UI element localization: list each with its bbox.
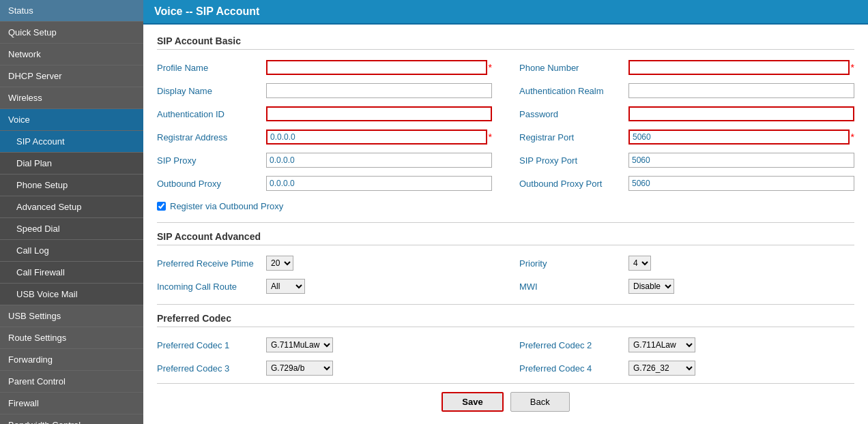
advanced-section-title: SIP Account Advanced	[157, 231, 854, 245]
basic-form-grid-right-row-0: Phone Number*	[519, 58, 854, 77]
advanced-form-grid-label-right-0: Priority	[519, 258, 628, 269]
sidebar-item-phone-setup[interactable]: Phone Setup	[0, 175, 143, 196]
sidebar-item-advanced-setup[interactable]: Advanced Setup	[0, 196, 143, 218]
codec-form-grid-label-left-0: Preferred Codec 1	[157, 340, 266, 350]
advanced-form-grid-right-row-1: MWIDisableEnable	[519, 277, 854, 296]
basic-form-grid-label-right-0: Phone Number	[519, 63, 628, 73]
basic-form-grid-input-left-3[interactable]	[266, 130, 487, 145]
basic-form-grid-left-row-1: Display Name	[157, 81, 492, 100]
codec-form-grid-select-left-0[interactable]: G.711MuLawG.711ALawG.729a/bG.726_32	[266, 337, 333, 352]
codec-form-grid-right-row-1: Preferred Codec 4G.711MuLawG.711ALawG.72…	[519, 359, 854, 378]
codec-form-grid-left-row-0: Preferred Codec 1G.711MuLawG.711ALawG.72…	[157, 335, 492, 354]
sidebar-item-bandwidth-control[interactable]: Bandwidth Control	[0, 414, 143, 424]
basic-form-grid-input-right-5[interactable]	[628, 176, 854, 191]
sidebar-item-usb-settings[interactable]: USB Settings	[0, 305, 143, 327]
basic-form-grid: Profile Name*Phone Number*Display NameAu…	[157, 58, 854, 214]
codec-form-grid-label-left-1: Preferred Codec 3	[157, 363, 266, 374]
sidebar-item-wireless[interactable]: Wireless	[0, 87, 143, 109]
basic-form-grid-label-left-1: Display Name	[157, 86, 266, 96]
basic-form-grid-grid: Profile Name*Phone Number*Display NameAu…	[157, 58, 854, 193]
basic-form-grid-input-left-0[interactable]	[266, 60, 487, 75]
basic-form-grid-input-left-1[interactable]	[266, 83, 492, 98]
basic-form-grid-input-right-1[interactable]	[628, 83, 854, 98]
codec-section-title: Preferred Codec	[157, 313, 854, 327]
sidebar-item-firewall[interactable]: Firewall	[0, 393, 143, 414]
basic-form-grid-input-right-4[interactable]	[628, 153, 854, 168]
codec-form-grid-select-left-1[interactable]: G.711MuLawG.711ALawG.729a/bG.726_32	[266, 361, 333, 376]
basic-form-grid-right-row-2: Password	[519, 104, 854, 123]
required-star: *	[851, 132, 854, 142]
basic-form-grid-label-right-2: Password	[519, 109, 628, 119]
basic-form-grid-left-row-2: Authentication ID	[157, 104, 492, 123]
codec-form-grid-select-right-0[interactable]: G.711MuLawG.711ALawG.729a/bG.726_32	[628, 337, 695, 352]
basic-form-grid-right-row-4: SIP Proxy Port	[519, 151, 854, 170]
basic-form-grid-input-left-5[interactable]	[266, 176, 492, 191]
advanced-form-grid-select-right-1[interactable]: DisableEnable	[628, 279, 674, 294]
basic-form-grid-right-row-5: Outbound Proxy Port	[519, 174, 854, 193]
advanced-form-grid-select-left-1[interactable]: AllFXS1FXS2	[266, 279, 305, 294]
codec-form-grid-select-right-1[interactable]: G.711MuLawG.711ALawG.729a/bG.726_32	[628, 361, 695, 376]
sidebar-item-dhcp-server[interactable]: DHCP Server	[0, 65, 143, 87]
button-row: Save Back	[157, 383, 854, 420]
advanced-form-grid-left-row-1: Incoming Call RouteAllFXS1FXS2	[157, 277, 492, 296]
sidebar-item-call-log[interactable]: Call Log	[0, 240, 143, 262]
page-title: Voice -- SIP Account	[154, 5, 259, 17]
basic-form-grid-left-row-3: Registrar Address*	[157, 127, 492, 147]
sidebar-item-status[interactable]: Status	[0, 0, 143, 22]
sidebar-item-sip-account[interactable]: SIP Account	[0, 131, 143, 153]
sidebar-item-speed-dial[interactable]: Speed Dial	[0, 218, 143, 240]
save-button[interactable]: Save	[442, 392, 503, 412]
basic-form-grid-input-left-4[interactable]	[266, 153, 492, 168]
basic-form-grid-left-row-4: SIP Proxy	[157, 151, 492, 170]
basic-form-grid-input-right-3[interactable]	[628, 130, 850, 145]
basic-form-grid-label-right-1: Authentication Realm	[519, 86, 628, 96]
advanced-form-grid-select-left-0[interactable]: 203040	[266, 256, 293, 271]
advanced-form-grid-label-left-1: Incoming Call Route	[157, 282, 266, 292]
basic-form-grid-label-right-5: Outbound Proxy Port	[519, 179, 628, 189]
basic-form-grid-label-left-4: SIP Proxy	[157, 155, 266, 166]
basic-form-grid-label-right-4: SIP Proxy Port	[519, 155, 628, 166]
sidebar-item-network[interactable]: Network	[0, 44, 143, 65]
advanced-form-grid-label-right-1: MWI	[519, 282, 628, 292]
advanced-form-grid-right-row-0: Priority12345	[519, 254, 854, 273]
basic-form-grid-label-left-0: Profile Name	[157, 63, 266, 73]
basic-section-title: SIP Account Basic	[157, 35, 854, 50]
basic-form-grid-label-left-3: Registrar Address	[157, 132, 266, 142]
advanced-form-grid: Preferred Receive Ptime203040Priority123…	[157, 254, 854, 296]
basic-form-grid-label-left-5: Outbound Proxy	[157, 179, 266, 189]
basic-divider	[157, 222, 854, 223]
codec-form-grid-grid: Preferred Codec 1G.711MuLawG.711ALawG.72…	[157, 335, 854, 378]
advanced-form-grid-select-right-0[interactable]: 12345	[628, 256, 651, 271]
sidebar-item-voice[interactable]: Voice	[0, 109, 143, 131]
basic-form-grid-left-row-5: Outbound Proxy	[157, 174, 492, 193]
required-star: *	[489, 62, 492, 73]
basic-form-grid-label-right-3: Registrar Port	[519, 132, 628, 142]
back-button[interactable]: Back	[510, 392, 570, 412]
register-via-outbound-proxy-checkbox[interactable]	[157, 202, 166, 211]
main-content: Voice -- SIP Account SIP Account Basic P…	[143, 0, 868, 424]
register-via-outbound-proxy-label: Register via Outbound Proxy	[170, 201, 283, 211]
basic-form-grid-left-row-0: Profile Name*	[157, 58, 492, 77]
codec-form-grid-left-row-1: Preferred Codec 3G.711MuLawG.711ALawG.72…	[157, 359, 492, 378]
advanced-form-grid-grid: Preferred Receive Ptime203040Priority123…	[157, 254, 854, 296]
basic-form-grid-input-left-2[interactable]	[266, 106, 492, 121]
advanced-form-grid-label-left-0: Preferred Receive Ptime	[157, 258, 266, 269]
register-via-outbound-proxy-row: Register via Outbound Proxy	[157, 198, 854, 214]
sidebar-item-forwarding[interactable]: Forwarding	[0, 349, 143, 371]
required-star: *	[489, 132, 492, 142]
codec-form-grid-right-row-0: Preferred Codec 2G.711MuLawG.711ALawG.72…	[519, 335, 854, 354]
advanced-divider	[157, 304, 854, 305]
basic-form-grid-input-right-2[interactable]	[628, 106, 854, 121]
sidebar-item-usb-voice-mail[interactable]: USB Voice Mail	[0, 284, 143, 305]
sidebar-item-route-settings[interactable]: Route Settings	[0, 327, 143, 349]
sidebar-item-dial-plan[interactable]: Dial Plan	[0, 153, 143, 175]
sidebar-item-call-firewall[interactable]: Call Firewall	[0, 262, 143, 284]
codec-form-grid-label-right-1: Preferred Codec 4	[519, 363, 628, 374]
sidebar-item-parent-control[interactable]: Parent Control	[0, 371, 143, 393]
required-star: *	[851, 62, 854, 73]
basic-form-grid-label-left-2: Authentication ID	[157, 109, 266, 119]
basic-form-grid-input-right-0[interactable]	[628, 60, 850, 75]
basic-form-grid-right-row-1: Authentication Realm	[519, 81, 854, 100]
codec-form-grid: Preferred Codec 1G.711MuLawG.711ALawG.72…	[157, 335, 854, 378]
sidebar-item-quick-setup[interactable]: Quick Setup	[0, 22, 143, 44]
